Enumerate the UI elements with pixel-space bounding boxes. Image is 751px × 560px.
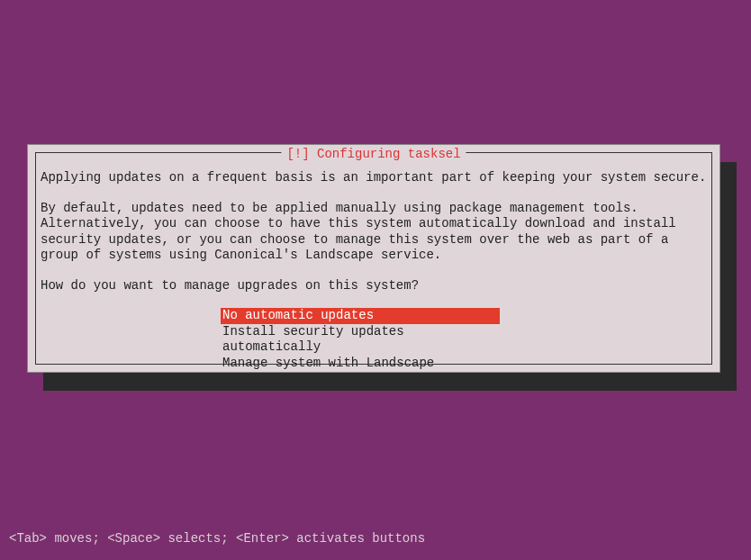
dialog-paragraph-1: Applying updates on a frequent basis is … (41, 170, 707, 186)
configure-tasksel-dialog: [!] Configuring tasksel Applying updates… (27, 144, 720, 373)
option-no-automatic-updates[interactable]: No automatic updates (221, 308, 500, 324)
dialog-question: How do you want to manage upgrades on th… (41, 278, 707, 294)
keyboard-hint: <Tab> moves; <Space> selects; <Enter> ac… (9, 531, 425, 546)
dialog-paragraph-2: By default, updates need to be applied m… (41, 201, 707, 264)
options-list: No automatic updates Install security up… (221, 308, 707, 371)
option-manage-with-landscape[interactable]: Manage system with Landscape (221, 356, 500, 372)
dialog-title: [!] Configuring tasksel (281, 147, 466, 161)
dialog-content: Applying updates on a frequent basis is … (41, 170, 707, 371)
option-install-security-updates[interactable]: Install security updates automatically (221, 324, 500, 356)
